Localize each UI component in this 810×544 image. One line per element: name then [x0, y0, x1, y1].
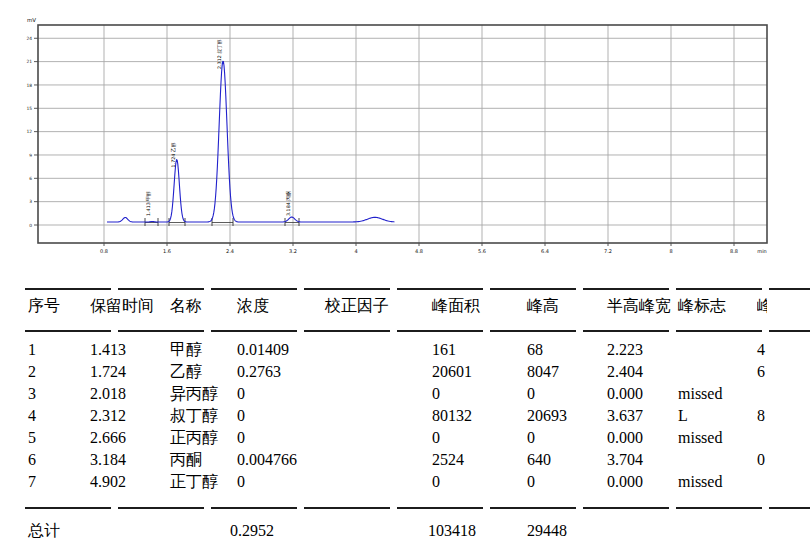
peak-label: 1.413 甲醇 [145, 191, 152, 216]
x-tick-label: 1.6 [163, 248, 171, 254]
table-cell: 1 [28, 340, 36, 360]
table-cell: 0.000 [607, 428, 643, 448]
x-tick-label: 7.2 [604, 248, 612, 254]
table-cell: 0 [237, 406, 245, 426]
chromatogram-plot: 036912151821240.81.62.43.244.85.66.47.28… [0, 0, 810, 270]
table-cell: 2 [28, 362, 36, 382]
x-tick-label: 2.4 [226, 248, 234, 254]
table-cell: 0 [432, 384, 440, 404]
chromatography-report: { "chart": { "y_axis_unit": "mV", "x_axi… [0, 0, 810, 544]
table-cell: 640 [527, 450, 551, 470]
table-cell: 2.223 [607, 340, 643, 360]
table-cell: 0 [237, 384, 245, 404]
table-cell: 8047 [527, 362, 559, 382]
x-tick-label: 8.8 [730, 248, 738, 254]
column-header: 名称 [170, 296, 202, 316]
table-cell: 0 [527, 428, 535, 448]
table-cell: 乙醇 [170, 362, 202, 382]
totals-label: 总计 [28, 521, 60, 541]
table-cell: 1.413 [90, 340, 126, 360]
table-cell: 7 [28, 472, 36, 492]
column-header: 峰 [757, 296, 767, 316]
column-header: 峰面积 [432, 296, 480, 316]
table-cell: 4 [757, 340, 765, 360]
x-tick-label: 8 [669, 248, 672, 254]
x-tick-label: 4 [354, 248, 357, 254]
table-cell: 80132 [432, 406, 472, 426]
y-tick-label: 18 [26, 83, 32, 88]
table-cell: 0 [757, 450, 765, 470]
table-cell: 4 [28, 406, 36, 426]
y-tick-label: 15 [26, 106, 32, 111]
totals-concentration: 0.2952 [230, 521, 274, 541]
peak-label: 1.724 乙醇 [170, 142, 177, 167]
table-cell: 161 [432, 340, 456, 360]
column-header: 序号 [28, 296, 60, 316]
table-cell: 6 [28, 450, 36, 470]
table-cell: missed [678, 384, 722, 404]
table-cell: 0.000 [607, 384, 643, 404]
table-cell: 3.184 [90, 450, 126, 470]
table-row: 42.312叔丁醇080132206933.637L8 [0, 406, 810, 428]
table-cell: 0 [237, 428, 245, 448]
table-rule-under-header [25, 330, 810, 332]
table-cell: 68 [527, 340, 543, 360]
table-cell: 5 [28, 428, 36, 448]
results-table: 序号保留时间名称浓度校正因子峰面积峰高半高峰宽峰标志峰 11.413甲醇0.01… [0, 270, 810, 544]
table-rule-above-totals [25, 507, 810, 509]
table-cell: 叔丁醇 [170, 406, 218, 426]
table-cell: 20601 [432, 362, 472, 382]
table-rule-top [25, 288, 810, 290]
table-cell: 0.01409 [237, 340, 289, 360]
table-cell: 2524 [432, 450, 464, 470]
table-cell: 3 [28, 384, 36, 404]
column-header: 峰高 [527, 296, 559, 316]
x-axis-unit: min [757, 248, 766, 254]
table-cell: 8 [757, 406, 765, 426]
peak-label: 2.312 叔丁醇 [216, 39, 223, 69]
table-cell: 0 [432, 472, 440, 492]
table-header-row: 序号保留时间名称浓度校正因子峰面积峰高半高峰宽峰标志峰 [0, 296, 810, 318]
table-cell: 0 [432, 428, 440, 448]
y-axis-unit: mV [27, 17, 36, 23]
y-tick-label: 6 [29, 176, 32, 181]
column-header: 校正因子 [325, 296, 389, 316]
chromatogram-panel: 036912151821240.81.62.43.244.85.66.47.28… [0, 0, 810, 270]
totals-area: 103418 [428, 521, 476, 541]
y-tick-label: 24 [26, 36, 32, 41]
table-cell: 正丙醇 [170, 428, 218, 448]
table-cell: missed [678, 472, 722, 492]
table-cell: 2.666 [90, 428, 126, 448]
table-cell: 3.704 [607, 450, 643, 470]
column-header: 峰标志 [678, 296, 726, 316]
x-tick-label: 4.8 [415, 248, 423, 254]
table-cell: 0.004766 [237, 450, 297, 470]
table-row: 32.018异丙醇0000.000missed [0, 384, 810, 406]
table-cell: 甲醇 [170, 340, 202, 360]
table-cell: 0 [527, 472, 535, 492]
table-cell: 正丁醇 [170, 472, 218, 492]
table-cell: 异丙醇 [170, 384, 218, 404]
table-cell: missed [678, 428, 722, 448]
column-header: 浓度 [237, 296, 269, 316]
table-cell: L [678, 406, 688, 426]
table-row: 63.184丙酮0.00476625246403.7040 [0, 450, 810, 472]
table-row: 52.666正丙醇0000.000missed [0, 428, 810, 450]
table-cell: 6 [757, 362, 765, 382]
table-cell: 2.312 [90, 406, 126, 426]
table-cell: 4.902 [90, 472, 126, 492]
column-header: 保留时间 [90, 296, 154, 316]
x-tick-label: 3.2 [289, 248, 297, 254]
table-cell: 0.2763 [237, 362, 281, 382]
table-row: 21.724乙醇0.27632060180472.4046 [0, 362, 810, 384]
table-cell: 2.404 [607, 362, 643, 382]
table-row: 74.902正丁醇0000.000missed [0, 472, 810, 494]
table-cell: 1.724 [90, 362, 126, 382]
totals-height: 29448 [527, 521, 567, 541]
table-row: 11.413甲醇0.01409161682.2234 [0, 340, 810, 362]
totals-row: 总计0.295210341829448 [0, 521, 810, 543]
x-tick-label: 0.8 [100, 248, 108, 254]
table-cell: 0 [237, 472, 245, 492]
x-tick-label: 6.4 [541, 248, 549, 254]
x-tick-label: 5.6 [478, 248, 486, 254]
